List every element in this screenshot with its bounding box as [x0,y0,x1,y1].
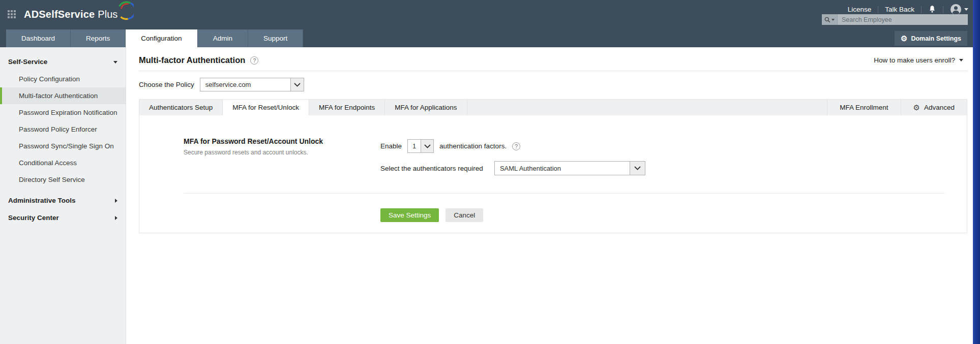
sidebar: Self-Service Policy Configuration Multi-… [0,47,126,344]
app-title: ADSelfService [24,9,95,20]
tab-mfa-for-endpoints[interactable]: MFA for Endpoints [309,100,385,115]
license-link[interactable]: License [848,6,872,13]
gear-icon: ⚙ [901,35,907,42]
chevron-down-icon [959,59,963,61]
top-bar: ADSelfService Plus License Talk Back [0,0,980,29]
main-content: Multi-factor Authentication ? How to mak… [127,47,980,344]
section-heading: MFA for Password Reset/Account Unlock [184,137,323,145]
enable-label: Enable [380,142,402,150]
how-to-enroll-label: How to make users enroll? [874,56,955,64]
chevron-down-icon [113,61,117,64]
sidebar-section-security-center[interactable]: Security Center [0,209,126,227]
chevron-down-icon [290,78,304,91]
policy-select-value: selfservice.com [200,78,290,91]
page-title: Multi-factor Authentication [139,55,245,65]
chevron-right-icon [115,199,117,203]
factors-count-select[interactable]: 1 [407,139,434,153]
header: ADSelfService Plus License Talk Back [0,0,980,47]
tab-label: Advanced [924,100,955,115]
authenticators-value: SAML Authentication [495,162,630,175]
divider [943,6,943,13]
chevron-right-icon [115,216,117,220]
spacer [467,100,827,115]
tab-mfa-for-applications[interactable]: MFA for Applications [385,100,467,115]
sidebar-item-password-expiration-notification[interactable]: Password Expiration Notification [0,104,126,121]
policy-row: Choose the Policy selfservice.com [139,78,967,91]
enable-factors-row: Enable 1 authentication factors. ? [380,139,520,153]
app-title-suffix: Plus [98,9,117,20]
talkback-link[interactable]: Talk Back [885,6,914,13]
right-edge-scrollbar[interactable] [973,0,980,344]
tab-mfa-enrollment[interactable]: MFA Enrollment [827,100,900,115]
sidebar-section-label: Self-Service [8,53,47,71]
section-subheading: Secure password resets and account unloc… [184,149,323,156]
tab-label: MFA Enrollment [840,100,888,115]
mfa-tab-bar: Authenticators Setup MFA for Reset/Unloc… [139,100,967,115]
apps-grid-icon[interactable] [8,10,16,19]
search-icon [824,17,830,23]
save-settings-button[interactable]: Save Settings [380,208,439,222]
user-avatar-icon [950,4,962,15]
factors-count-value: 1 [408,140,421,152]
title-row: Multi-factor Authentication ? How to mak… [127,47,980,65]
main-nav: Dashboard Reports Configuration Admin Su… [0,29,980,47]
spacer [0,188,126,192]
top-right-links: License Talk Back [848,4,968,15]
help-icon[interactable]: ? [250,56,258,65]
tab-mfa-for-reset-unlock[interactable]: MFA for Reset/Unlock [223,100,309,115]
how-to-enroll-link[interactable]: How to make users enroll? [874,56,963,64]
mfa-settings-card: Authenticators Setup MFA for Reset/Unloc… [139,99,967,233]
chevron-down-icon [964,8,968,11]
sidebar-item-conditional-access[interactable]: Conditional Access [0,154,126,171]
nav-tab-reports[interactable]: Reports [71,29,126,47]
adselfservice-plus-app: ADSelfService Plus License Talk Back [0,0,980,344]
policy-label: Choose the Policy [139,81,194,88]
sidebar-item-directory-self-service[interactable]: Directory Self Service [0,171,126,188]
sidebar-item-password-sync-single-sign-on[interactable]: Password Sync/Single Sign On [0,138,126,154]
sidebar-section-label: Administrative Tools [8,192,76,209]
tab-advanced[interactable]: ⚙ Advanced [901,100,967,115]
form-actions: Save Settings Cancel [380,208,483,222]
nav-tab-support[interactable]: Support [248,29,303,47]
logo-swoosh-icon [116,1,134,22]
tab-authenticators-setup[interactable]: Authenticators Setup [139,100,223,115]
gear-icon: ⚙ [913,100,920,115]
authenticators-select[interactable]: SAML Authentication [494,161,645,175]
chevron-down-icon [630,162,645,175]
factors-suffix-label: authentication factors. [439,142,507,150]
app-logo: ADSelfService Plus [24,7,134,22]
sidebar-item-multi-factor-authentication[interactable]: Multi-factor Authentication [0,87,126,104]
notifications-bell-icon[interactable] [928,5,936,14]
sidebar-section-label: Security Center [8,209,59,227]
sidebar-item-policy-configuration[interactable]: Policy Configuration [0,71,126,87]
chevron-down-icon [831,19,835,21]
divider [921,6,922,13]
section-heading-block: MFA for Password Reset/Account Unlock Se… [184,137,323,156]
search-scope-button[interactable] [822,14,838,25]
cancel-button[interactable]: Cancel [446,208,483,222]
domain-settings-button[interactable]: ⚙ Domain Settings [895,31,967,46]
chevron-down-icon [421,140,433,152]
divider [878,6,878,13]
help-icon[interactable]: ? [512,142,520,150]
employee-search [822,14,968,25]
nav-tab-admin[interactable]: Admin [198,29,248,47]
search-input[interactable] [838,14,968,25]
divider [139,71,967,71]
mfa-reset-unlock-panel: MFA for Password Reset/Account Unlock Se… [139,115,967,233]
nav-tab-configuration[interactable]: Configuration [126,29,197,47]
domain-settings-label: Domain Settings [911,35,961,42]
authenticators-label: Select the authenticators required [380,165,483,172]
sidebar-item-password-policy-enforcer[interactable]: Password Policy Enforcer [0,121,126,138]
sidebar-section-administrative-tools[interactable]: Administrative Tools [0,192,126,209]
divider [184,193,944,194]
user-menu[interactable] [950,4,968,15]
policy-select[interactable]: selfservice.com [200,78,304,91]
nav-tab-dashboard[interactable]: Dashboard [6,29,71,47]
authenticators-row: Select the authenticators required SAML … [380,161,645,175]
sidebar-section-self-service[interactable]: Self-Service [0,53,126,71]
